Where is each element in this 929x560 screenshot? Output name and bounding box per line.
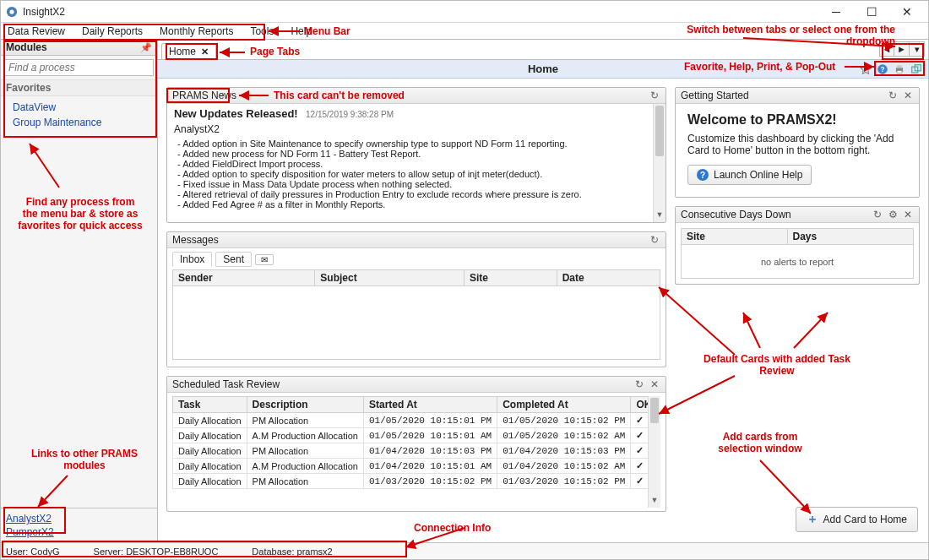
window-close-button[interactable]: ✕ <box>889 2 925 22</box>
tab-prev-button[interactable]: ◄ <box>879 41 894 57</box>
messages-col-header[interactable]: Subject <box>315 270 465 286</box>
cdd-title: Consecutive Days Down <box>681 209 872 220</box>
refresh-icon[interactable]: ↻ <box>633 378 645 390</box>
help-icon[interactable]: ? <box>876 63 889 76</box>
menu-help[interactable]: Help <box>287 24 315 38</box>
tab-dropdown-button[interactable]: ▾ <box>910 41 925 57</box>
table-row[interactable]: Daily AllocationA.M Production Allocatio… <box>173 459 657 474</box>
welcome-heading: Welcome to PRAMSX2! <box>687 112 907 128</box>
table-row[interactable]: Daily AllocationPM Allocation01/05/2020 … <box>173 413 657 428</box>
refresh-icon[interactable]: ↻ <box>872 209 883 220</box>
task-table: TaskDescriptionStarted AtCompleted AtOK … <box>172 396 657 489</box>
pin-icon[interactable]: 📌 <box>140 42 152 53</box>
dashboard: PRAMS News ↻ New Updates Released! 12/15… <box>158 79 928 542</box>
prams-news-card: PRAMS News ↻ New Updates Released! 12/15… <box>166 87 666 223</box>
print-icon[interactable] <box>893 63 906 76</box>
task-col-header[interactable]: Task <box>173 397 247 413</box>
status-server-label: Server: <box>94 546 123 557</box>
news-item: Added new process for ND Form 11 - Batte… <box>177 149 659 159</box>
close-icon[interactable]: ✕ <box>902 209 914 220</box>
refresh-icon[interactable]: ↻ <box>887 90 899 101</box>
page-tabstrip: Home ✕ ◄ ► ▾ <box>158 40 928 60</box>
messages-col-header[interactable]: Site <box>464 270 557 286</box>
task-scrollbar[interactable]: ▲▼ <box>648 396 660 508</box>
launch-online-help-button[interactable]: ? Launch Online Help <box>687 165 812 185</box>
cdd-col-header[interactable]: Site <box>682 229 788 245</box>
news-headline: New Updates Released! <box>174 107 298 120</box>
window-minimize-button[interactable]: ─ <box>818 2 854 22</box>
messages-card: Messages ↻ Inbox Sent ✉ SenderSubjectSit… <box>166 231 666 367</box>
menu-tools[interactable]: Tools <box>247 24 277 38</box>
getting-started-card: Getting Started ↻ ✕ Welcome to PRAMSX2! … <box>675 87 920 198</box>
favorites-list: DataViewGroup Maintenance <box>1 96 157 133</box>
status-db: pramsx2 <box>297 546 333 557</box>
module-link-analystx2[interactable]: AnalystX2 <box>6 512 152 525</box>
menu-daily-reports[interactable]: Daily Reports <box>79 24 146 38</box>
news-item: Added option to specify disposition for … <box>177 169 659 179</box>
tab-close-icon[interactable]: ✕ <box>201 46 209 57</box>
messages-title: Messages <box>172 234 649 246</box>
close-icon[interactable]: ✕ <box>649 378 660 390</box>
app-title: InsightX2 <box>23 6 818 18</box>
menu-data-review[interactable]: Data Review <box>4 24 68 38</box>
favorite-item[interactable]: DataView <box>1 100 157 115</box>
news-scrollbar[interactable]: ▲▼ <box>653 104 666 222</box>
messages-tab-sent[interactable]: Sent <box>215 252 252 267</box>
messages-empty-area <box>172 286 660 360</box>
svg-rect-5 <box>897 65 902 68</box>
news-subhead: AnalystX2 <box>174 123 659 135</box>
status-bar: User: CodyG Server: DESKTOP-EB8RUOC Data… <box>1 542 928 559</box>
task-col-header[interactable]: Started At <box>363 397 497 413</box>
page-title: Home <box>158 63 928 75</box>
cdd-col-header[interactable]: Days <box>787 229 913 245</box>
messages-col-header[interactable]: Sender <box>173 270 315 286</box>
news-date: 12/15/2019 9:38:28 PM <box>306 110 394 119</box>
app-icon <box>6 6 18 18</box>
modules-panel-header: Modules 📌 <box>1 40 157 56</box>
tab-home-label: Home <box>169 46 196 57</box>
favorite-icon[interactable] <box>859 63 872 76</box>
svg-rect-6 <box>897 70 902 73</box>
task-col-header[interactable]: Description <box>247 397 363 413</box>
tab-next-button[interactable]: ► <box>894 41 910 57</box>
news-item: Added option in Site Maintenance to spec… <box>177 139 659 149</box>
news-item: Added Fed Agree # as a filter in Monthly… <box>177 199 659 209</box>
close-icon[interactable]: ✕ <box>902 90 914 101</box>
task-col-header[interactable]: Completed At <box>497 397 631 413</box>
messages-tab-inbox[interactable]: Inbox <box>172 252 212 267</box>
module-link-pumperx2[interactable]: PumperX2 <box>6 525 152 539</box>
prams-news-title: PRAMS News <box>172 90 649 101</box>
tab-home[interactable]: Home ✕ <box>161 43 216 59</box>
status-db-label: Database: <box>252 546 294 557</box>
menu-bar: Data ReviewDaily ReportsMonthly ReportsT… <box>1 23 928 40</box>
task-review-title: Scheduled Task Review <box>172 378 633 390</box>
table-row[interactable]: Daily AllocationPM Allocation01/04/2020 … <box>173 443 657 459</box>
plus-icon: ＋ <box>807 512 818 527</box>
refresh-icon[interactable]: ↻ <box>649 234 660 246</box>
add-card-label: Add Card to Home <box>823 514 907 525</box>
add-card-to-home-button[interactable]: ＋ Add Card to Home <box>796 507 918 532</box>
cdd-empty-text: no alerts to report <box>681 245 914 279</box>
messages-col-header[interactable]: Date <box>557 270 660 286</box>
favorite-item[interactable]: Group Maintenance <box>1 115 157 130</box>
new-message-button[interactable]: ✉ <box>255 254 274 265</box>
svg-point-1 <box>9 9 14 14</box>
news-item: Altered retrieval of daily pressures in … <box>177 189 659 199</box>
consecutive-days-down-card: Consecutive Days Down ↻ ⚙ ✕ SiteDays <box>675 206 920 285</box>
status-server: DESKTOP-EB8RUOC <box>126 546 218 557</box>
settings-icon[interactable]: ⚙ <box>887 209 899 220</box>
popout-icon[interactable] <box>910 63 923 76</box>
news-item: Fixed issue in Mass Data Update process … <box>177 179 659 189</box>
news-item: Added FieldDirect Import process. <box>177 159 659 169</box>
help-icon: ? <box>697 169 709 181</box>
menu-monthly-reports[interactable]: Monthly Reports <box>156 24 236 38</box>
scheduled-task-review-card: Scheduled Task Review ↻ ✕ TaskDescriptio… <box>166 376 666 512</box>
messages-table: SenderSubjectSiteDate <box>172 269 660 286</box>
table-row[interactable]: Daily AllocationA.M Production Allocatio… <box>173 428 657 443</box>
window-maximize-button[interactable]: ☐ <box>854 2 889 22</box>
process-search-input[interactable] <box>4 59 154 76</box>
page-title-bar: Home ? <box>158 60 928 79</box>
svg-text:?: ? <box>881 65 885 73</box>
table-row[interactable]: Daily AllocationPM Allocation01/03/2020 … <box>173 474 657 489</box>
refresh-icon[interactable]: ↻ <box>649 90 660 101</box>
